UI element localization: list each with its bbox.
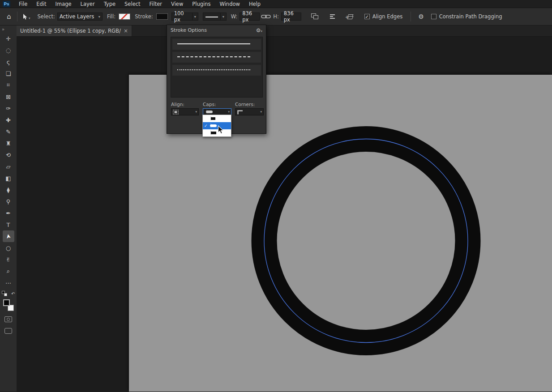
menu-window[interactable]: Window [215,0,244,8]
menu-view[interactable]: View [167,0,188,8]
shape-width-input[interactable]: 836 px [240,13,260,21]
corners-dropdown[interactable]: ▾ [235,108,264,115]
tool-ellipse-shape[interactable]: ○ [3,242,14,254]
align-dropdown[interactable]: ▾ [171,108,199,115]
stroke-swatch[interactable] [156,13,168,20]
menu-select[interactable]: Select [120,0,145,8]
tool-hand[interactable]: ✌ [3,254,14,265]
tool-zoom[interactable]: ⌕ [3,265,14,277]
tool-gradient[interactable]: ◧ [3,172,14,184]
tool-dodge[interactable]: ⚲ [3,196,14,207]
document-area: Untitled-1 @ 55% (Ellipse 1 copy, RGB/8)… [17,26,552,392]
collapse-panels-icon[interactable]: » [0,26,17,33]
tool-more[interactable]: ⋯ [3,277,14,289]
menu-image[interactable]: Image [51,0,76,8]
align-edges-control[interactable]: ✓ Align Edges [364,13,402,20]
path-alignment-icon[interactable] [329,14,336,20]
tool-pen[interactable]: ✒ [3,207,14,219]
chevron-down-icon: ▾ [98,15,100,19]
stroke-type-preview[interactable] [203,13,221,21]
color-swatches[interactable] [3,299,14,311]
link-dimensions-icon[interactable] [261,14,271,19]
stroke-width-dropdown-button[interactable]: ▾ [193,13,198,21]
caps-option-round-cap[interactable]: ✓ [203,122,231,129]
tool-crop[interactable]: ⌗ [3,79,14,91]
tool-path-selection[interactable]: ➤ [3,230,14,242]
panel-gear-icon[interactable]: ⚙▾ [256,27,262,34]
stroke-width-input[interactable]: 100 px [171,13,193,21]
constrain-path-control[interactable]: Constrain Path Dragging [431,13,502,20]
foreground-color-swatch[interactable] [3,299,10,306]
canvas-pasteboard[interactable] [17,37,552,392]
tool-move[interactable]: ✛ [3,33,14,44]
stroke-style-list [171,37,263,98]
tool-type[interactable]: T [3,219,14,230]
document-title: Untitled-1 @ 55% (Ellipse 1 copy, RGB/8)… [20,28,121,34]
stroke-label: Stroke: [135,13,153,20]
align-edges-checkbox[interactable]: ✓ [364,14,370,19]
tool-ellipse-marquee[interactable]: ◌ [3,44,14,56]
chevron-down-icon: ▾ [228,110,230,114]
swap-colors-icon[interactable]: ↶ [11,291,15,296]
check-icon: ✓ [365,14,369,19]
tool-brush[interactable]: ✎ [3,126,14,137]
stroke-options-header: Stroke Options ⚙▾ [167,25,266,35]
quick-mask-icon[interactable] [4,316,12,322]
home-icon[interactable]: ⌂ [4,13,14,21]
chevron-down-icon: ▾ [195,110,197,114]
menu-edit[interactable]: Edit [32,0,51,8]
corners-label: Corners: [235,102,255,107]
select-label: Select: [38,13,55,20]
default-colors-icon[interactable] [2,291,7,296]
miter-corner-icon [237,110,243,115]
select-mode-value: Active Layers [60,13,94,20]
tool-eraser[interactable]: ▱ [3,161,14,172]
menu-filter[interactable]: Filter [145,0,167,8]
caps-dropdown-menu: ✓ [202,115,231,137]
constrain-path-label: Constrain Path Dragging [439,13,502,20]
menu-plugins[interactable]: Plugins [188,0,215,8]
tool-eyedropper[interactable]: ✑ [3,102,14,114]
round-cap-icon [205,110,213,114]
chevron-down-icon: ▾ [29,17,30,20]
caps-option-butt-cap[interactable] [203,115,231,122]
gear-icon[interactable]: ⚙ [416,13,426,20]
shape-height-input[interactable]: 836 px [281,13,301,21]
tool-frame[interactable]: ⊠ [3,91,14,102]
toolbar: » ✛ ◌ ς ❏ ⌗ ⊠ ✑ ✚ ✎ ♜ ⟲ ▱ ◧ ⧫ ⚲ ✒ T ➤ ○ … [0,26,17,392]
divider [411,12,411,21]
menu-layer[interactable]: Layer [76,0,99,8]
path-operations-icon[interactable] [311,13,319,20]
width-label: W: [231,13,238,20]
path-arrangement-icon[interactable]: + [346,13,354,20]
stroke-style-dashed[interactable] [172,52,261,63]
chevron-down-icon: ▾ [194,15,196,19]
chevron-down-icon: ▾ [260,110,262,114]
tool-spot-healing[interactable]: ✚ [3,114,14,126]
screen-mode-icon[interactable] [4,328,12,334]
menu-file[interactable]: File [14,0,32,8]
tool-object-selection[interactable]: ❏ [3,68,14,79]
close-icon[interactable]: × [124,28,128,34]
document-tab-bar: Untitled-1 @ 55% (Ellipse 1 copy, RGB/8)… [17,26,552,37]
tool-lasso[interactable]: ς [3,56,14,68]
stroke-style-solid[interactable] [172,39,261,50]
caps-option-projecting-cap[interactable] [203,129,231,136]
photoshop-window: Ps File Edit Image Layer Type Select Fil… [0,0,552,392]
fill-swatch[interactable] [119,13,130,20]
align-center-icon [173,110,179,115]
tool-blur[interactable]: ⧫ [3,184,14,196]
constrain-path-checkbox[interactable] [431,14,436,19]
stroke-type-dropdown-button[interactable]: ▾ [221,13,227,21]
gear-icon: ⚙ [256,27,261,34]
menu-type[interactable]: Type [99,0,120,8]
stroke-style-dotted[interactable] [172,65,261,76]
fill-label: Fill: [107,13,116,20]
mouse-cursor [218,125,224,135]
tool-preset-picker[interactable]: ▾ [20,13,33,20]
tool-history-brush[interactable]: ⟲ [3,149,14,161]
tool-clone-stamp[interactable]: ♜ [3,137,14,149]
select-mode-dropdown[interactable]: Active Layers ▾ [57,13,103,21]
document-tab[interactable]: Untitled-1 @ 55% (Ellipse 1 copy, RGB/8)… [17,26,132,36]
menu-help[interactable]: Help [244,0,265,8]
